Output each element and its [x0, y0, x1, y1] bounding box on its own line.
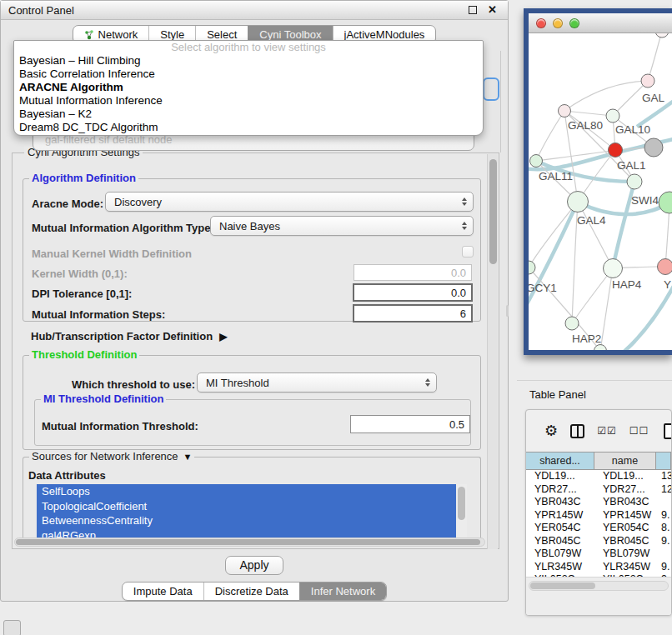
control-panel-window: Control Panel ✕ Network Style Select Cyn…: [0, 0, 509, 602]
node-gcy1[interactable]: [529, 261, 535, 274]
node-gray-large[interactable]: [644, 138, 663, 157]
zoom-traffic-light-icon[interactable]: [569, 18, 579, 28]
manual-kernel-width-label: Manual Kernel Width Definition: [32, 248, 192, 260]
settings-vertical-scrollbar[interactable]: [487, 154, 498, 549]
node-gal10[interactable]: [606, 109, 619, 122]
split-columns-icon[interactable]: [570, 424, 584, 438]
algorithm-option[interactable]: Bayesian – Hill Climbing: [14, 54, 483, 68]
node-swi4[interactable]: [627, 174, 642, 189]
table-row[interactable]: YBL079WYBL079W: [526, 548, 671, 561]
aracne-mode-label: Aracne Mode:: [32, 198, 103, 210]
mi-steps-label: Mutual Information Steps:: [32, 308, 165, 321]
table-horizontal-scrollbar[interactable]: [529, 581, 669, 591]
mi-algorithm-type-label: Mutual Information Algorithm Type:: [32, 222, 214, 234]
node-gal11[interactable]: [530, 155, 543, 168]
apply-button[interactable]: Apply: [225, 556, 283, 575]
algorithm-option[interactable]: Mutual Information Inference: [14, 94, 483, 108]
node-unlabeled-top[interactable]: [655, 33, 669, 38]
inference-algorithm-combo-fragment[interactable]: [483, 78, 499, 101]
table-row[interactable]: YDL19...YDL19...13: [526, 470, 671, 483]
algorithm-option[interactable]: Bayesian – K2: [14, 108, 483, 121]
table-row[interactable]: YBR043CYBR043C: [526, 496, 671, 509]
list-item[interactable]: SelfLoops: [37, 484, 467, 499]
label-hap2: HAP2: [572, 332, 601, 345]
close-traffic-light-icon[interactable]: [536, 18, 546, 28]
collapse-down-icon: ▼: [183, 452, 193, 462]
mi-algorithm-type-combo[interactable]: Naive Bayes: [210, 216, 474, 236]
algorithm-option-selected[interactable]: ARACNE Algorithm: [14, 81, 483, 94]
stepper-arrows-icon: [425, 378, 430, 387]
data-attributes-list[interactable]: SelfLoops TopologicalCoefficient Between…: [37, 484, 467, 542]
column-header-name[interactable]: name: [594, 452, 656, 469]
sources-title[interactable]: Sources for Network Inference▼: [29, 450, 194, 462]
column-header-shared-name[interactable]: shared...: [526, 452, 594, 469]
list-item[interactable]: TopologicalCoefficient: [37, 499, 467, 514]
table-row[interactable]: YER054CYER054C8.: [526, 522, 671, 535]
tab-impute-data[interactable]: Impute Data: [123, 582, 203, 600]
node-hap2[interactable]: [565, 317, 579, 330]
aracne-mode-combo[interactable]: Discovery: [105, 192, 474, 212]
tab-infer-network[interactable]: Infer Network: [299, 582, 386, 600]
network-canvas[interactable]: GAL80 GAL10 GAL1 SWI4 GAL11 GAL4 GCY1 HA…: [529, 33, 672, 350]
split-pane-grip[interactable]: [506, 305, 509, 317]
page-icon[interactable]: [664, 423, 672, 439]
algorithm-placeholder: Select algorithm to view settings: [14, 41, 483, 54]
data-attributes-label: Data Attributes: [28, 469, 106, 482]
label-gal1: GAL1: [617, 159, 646, 172]
corner-button[interactable]: [3, 620, 21, 635]
float-window-icon[interactable]: [469, 6, 477, 14]
table-body: YDL19...YDL19...13 YDR27...YDR27...12 YB…: [526, 470, 671, 578]
node-gal80[interactable]: [559, 105, 571, 118]
node-salmon-right[interactable]: [658, 259, 672, 275]
node-gal-partial[interactable]: [641, 74, 654, 88]
which-threshold-combo[interactable]: MI Threshold: [197, 372, 437, 392]
mi-threshold-definition-group: MI Threshold Definition Mutual Informati…: [34, 399, 471, 446]
dpi-tolerance-label: DPI Tolerance [0,1]:: [32, 288, 132, 300]
select-all-checkboxes-icon[interactable]: ☑☑: [597, 425, 617, 437]
label-gal10: GAL10: [615, 123, 650, 136]
table-row[interactable]: YLR345WYLR345W9.: [526, 561, 671, 574]
table-window: ⚙ ☑☑ ☐☐ shared... name YDL19...YDL19...1…: [525, 409, 672, 616]
network-window-titlebar[interactable]: [529, 13, 672, 33]
control-panel-title: Control Panel: [8, 4, 74, 17]
control-panel-titlebar: Control Panel ✕: [1, 1, 508, 20]
table-row[interactable]: YPR145WYPR145W9.: [526, 509, 671, 522]
settings-horizontal-scrollbar[interactable]: [14, 538, 485, 547]
dpi-tolerance-field[interactable]: 0.0: [353, 283, 473, 302]
stepper-arrows-icon: [462, 198, 467, 206]
column-header-clipped[interactable]: [656, 452, 671, 469]
label-gal-partial: GAL: [642, 92, 665, 104]
algorithm-dropdown-popup: Select algorithm to view settings Bayesi…: [13, 40, 484, 136]
network-nodes: [529, 33, 672, 350]
mi-threshold-field[interactable]: 0.5: [350, 415, 470, 433]
hub-section-toggle[interactable]: Hub/Transcription Factor Definition▶: [31, 330, 227, 342]
algorithm-option[interactable]: Basic Correlation Inference: [14, 68, 483, 81]
kernel-width-field[interactable]: 0.0: [354, 264, 472, 281]
mi-threshold-label: Mutual Information Threshold:: [42, 420, 198, 432]
expand-right-icon: ▶: [219, 331, 227, 342]
table-panel: Table Panel ⚙ ☑☑ ☐☐ shared... name YDL19…: [517, 380, 672, 635]
list-item[interactable]: BetweennessCentrality: [37, 513, 467, 528]
algorithm-definition-title: Algorithm Definition: [29, 172, 138, 184]
node-gal1-red[interactable]: [609, 143, 623, 158]
tab-discretize-data[interactable]: Discretize Data: [203, 582, 299, 600]
label-y-partial: Y: [664, 278, 671, 291]
mi-steps-field[interactable]: 6: [353, 304, 473, 322]
kernel-width-label: Kernel Width (0,1):: [32, 268, 128, 280]
manual-kernel-width-checkbox[interactable]: [462, 246, 474, 258]
algorithm-option[interactable]: Dream8 DC_TDC Algorithm: [14, 121, 483, 134]
table-row[interactable]: YDR27...YDR27...12: [526, 483, 671, 497]
label-gal4: GAL4: [577, 214, 606, 227]
list-scrollbar[interactable]: [456, 484, 467, 542]
mi-threshold-definition-title: MI Threshold Definition: [41, 392, 166, 405]
node-gal4[interactable]: [568, 192, 589, 212]
node-hap4[interactable]: [604, 259, 623, 278]
minimize-traffic-light-icon[interactable]: [553, 18, 563, 28]
node-green-right[interactable]: [659, 192, 672, 213]
table-row[interactable]: YBR045CYBR045C9.: [526, 535, 671, 548]
gear-icon[interactable]: ⚙: [544, 423, 558, 438]
network-icon: [84, 30, 94, 40]
deselect-all-checkboxes-icon[interactable]: ☐☐: [629, 425, 649, 437]
label-gal80: GAL80: [568, 119, 603, 132]
close-icon[interactable]: ✕: [488, 3, 497, 16]
